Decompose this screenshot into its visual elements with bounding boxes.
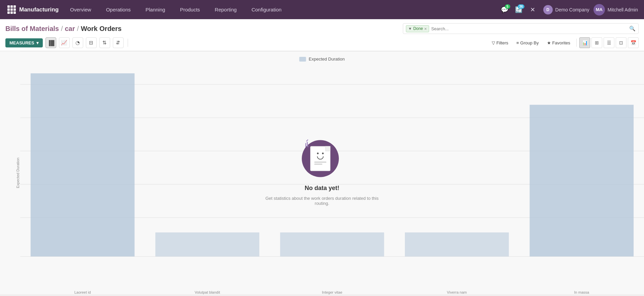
menu-planning[interactable]: Planning bbox=[138, 0, 172, 19]
doc-line-1 bbox=[314, 161, 326, 162]
company-selector[interactable]: D Demo Company bbox=[541, 5, 592, 14]
filter-tag-label: Done bbox=[413, 26, 423, 31]
bar-4 bbox=[405, 232, 509, 257]
breadcrumb-bom[interactable]: Bills of Materials bbox=[5, 25, 59, 33]
menu-reporting[interactable]: Reporting bbox=[207, 0, 244, 19]
done-filter-tag[interactable]: ▼ Done × bbox=[406, 25, 429, 32]
line-chart-icon: 📈 bbox=[61, 40, 67, 46]
messages-badge: 5 bbox=[505, 4, 510, 9]
subheader: Bills of Materials / car / Work Orders ▼… bbox=[0, 19, 644, 51]
spark-icon bbox=[299, 137, 309, 147]
line-chart-btn[interactable]: 📈 bbox=[59, 37, 70, 48]
breadcrumb-car[interactable]: car bbox=[65, 25, 75, 33]
x-label-1: Laoreet id bbox=[20, 290, 145, 294]
app-logo[interactable]: Manufacturing bbox=[3, 5, 63, 14]
grid-view-btn[interactable]: ⊞ bbox=[591, 37, 602, 48]
split-view-icon: ⊡ bbox=[619, 40, 623, 45]
doc-eye-right bbox=[322, 152, 324, 154]
menu-products[interactable]: Products bbox=[172, 0, 207, 19]
y-axis-label: Expected Duration bbox=[16, 157, 20, 188]
doc-face bbox=[317, 152, 324, 154]
toolbar-row: MEASURES ▾ ▐█ 📈 ◔ ⊟ ⇅ ⇵ ▽ Filters ≡ bbox=[5, 37, 639, 51]
x-axis-labels: Laoreet id Volutpat blandit Integer vita… bbox=[20, 290, 644, 294]
measures-button[interactable]: MEASURES ▾ bbox=[5, 38, 43, 47]
breadcrumb-row: Bills of Materials / car / Work Orders ▼… bbox=[5, 23, 639, 34]
favorites-label: Favorites bbox=[552, 40, 570, 45]
doc-eye-left bbox=[317, 152, 319, 154]
list-view-btn[interactable]: ☰ bbox=[604, 37, 614, 48]
settings-button[interactable]: ✕ bbox=[526, 3, 539, 16]
x-label-4: Viverra nam bbox=[394, 290, 519, 294]
messages-button[interactable]: 💬 5 bbox=[498, 3, 511, 16]
stack-chart-icon: ⊟ bbox=[89, 40, 93, 46]
no-data-title: No data yet! bbox=[304, 184, 339, 191]
no-data-icon bbox=[302, 140, 342, 180]
grid-view-icon: ⊞ bbox=[595, 40, 599, 45]
doc-line-2 bbox=[314, 163, 322, 164]
main-menu: Overview Operations Planning Products Re… bbox=[63, 0, 498, 19]
apps-grid-icon[interactable] bbox=[7, 5, 16, 14]
stack-chart-btn[interactable]: ⊟ bbox=[86, 37, 97, 48]
filters-label: Filters bbox=[496, 40, 508, 45]
search-icon[interactable]: 🔍 bbox=[629, 26, 636, 32]
breadcrumb: Bills of Materials / car / Work Orders bbox=[5, 25, 122, 33]
no-data-overlay: No data yet! Get statistics about the wo… bbox=[258, 140, 386, 206]
no-data-subtitle: Get statistics about the work orders dur… bbox=[258, 195, 386, 206]
bar-chart-btn[interactable]: ▐█ bbox=[45, 37, 56, 48]
menu-overview[interactable]: Overview bbox=[63, 0, 99, 19]
toolbar-right: ▽ Filters ≡ Group By ★ Favorites 📊 ⊞ ☰ bbox=[488, 37, 639, 48]
breadcrumb-sep1: / bbox=[61, 25, 63, 33]
bar-1 bbox=[31, 73, 135, 257]
calendar-view-icon: 📅 bbox=[631, 40, 636, 45]
bar-chart-view-btn[interactable]: 📊 bbox=[579, 37, 590, 48]
sort-asc-btn[interactable]: ⇅ bbox=[99, 37, 110, 48]
x-label-2: Volutpat blandit bbox=[145, 290, 269, 294]
chart-area: Expected Duration Expected Duration 300.… bbox=[0, 51, 644, 294]
groupby-button[interactable]: ≡ Group By bbox=[513, 39, 542, 47]
top-navigation: Manufacturing Overview Operations Planni… bbox=[0, 0, 644, 19]
avatar: MA bbox=[593, 4, 605, 15]
groupby-label: Group By bbox=[520, 40, 539, 45]
toolbar-separator bbox=[128, 39, 128, 47]
menu-configuration[interactable]: Configuration bbox=[244, 0, 289, 19]
user-name: Mitchell Admin bbox=[608, 7, 638, 12]
company-icon: D bbox=[543, 5, 553, 14]
measures-label: MEASURES bbox=[9, 40, 34, 45]
list-view-icon: ☰ bbox=[607, 40, 611, 45]
bar-3 bbox=[280, 232, 384, 257]
x-label-3: Integer vitae bbox=[270, 290, 394, 294]
toolbar-sep2 bbox=[576, 39, 577, 47]
star-icon: ★ bbox=[547, 40, 551, 45]
sort-desc-btn[interactable]: ⇵ bbox=[113, 37, 124, 48]
bar-5 bbox=[529, 105, 634, 257]
measures-chevron-icon: ▾ bbox=[36, 40, 39, 45]
no-data-doc bbox=[310, 146, 330, 171]
breadcrumb-sep2: / bbox=[77, 25, 79, 33]
sort-asc-icon: ⇅ bbox=[102, 40, 107, 46]
graph-view-icon: 📊 bbox=[582, 40, 588, 45]
favorites-button[interactable]: ★ Favorites bbox=[544, 39, 574, 47]
calendar-view-btn[interactable]: 📅 bbox=[628, 37, 639, 48]
company-name: Demo Company bbox=[555, 7, 589, 12]
updates-badge: 36 bbox=[518, 4, 524, 9]
doc-lines bbox=[314, 161, 326, 164]
filter-icon: ▼ bbox=[408, 27, 412, 31]
groupby-icon: ≡ bbox=[516, 40, 519, 45]
filters-button[interactable]: ▽ Filters bbox=[488, 39, 512, 47]
breadcrumb-current: Work Orders bbox=[81, 25, 122, 33]
updates-button[interactable]: 🔄 36 bbox=[512, 3, 525, 16]
bar-2 bbox=[155, 232, 259, 257]
sort-desc-icon: ⇵ bbox=[116, 40, 120, 46]
app-name: Manufacturing bbox=[19, 6, 59, 13]
doc-smile bbox=[317, 156, 324, 159]
pie-chart-icon: ◔ bbox=[75, 40, 80, 46]
split-view-btn[interactable]: ⊡ bbox=[616, 37, 626, 48]
user-menu[interactable]: MA Mitchell Admin bbox=[593, 4, 638, 15]
filter-funnel-icon: ▽ bbox=[492, 40, 495, 45]
topnav-right: 💬 5 🔄 36 ✕ D Demo Company MA Mitchell Ad… bbox=[498, 3, 641, 16]
pie-chart-btn[interactable]: ◔ bbox=[72, 37, 83, 48]
menu-operations[interactable]: Operations bbox=[99, 0, 138, 19]
filter-remove-btn[interactable]: × bbox=[424, 26, 427, 31]
x-label-5: In massa bbox=[519, 290, 644, 294]
search-input[interactable] bbox=[429, 26, 629, 31]
